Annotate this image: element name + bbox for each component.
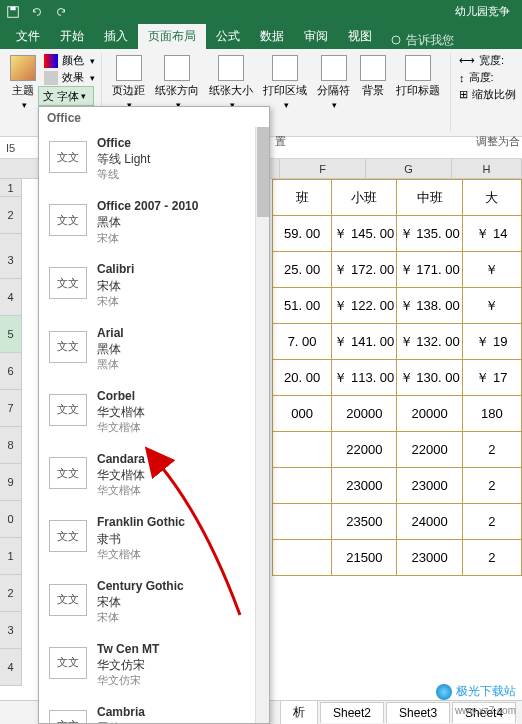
font-item-cambria[interactable]: 文文Cambria黑体 (39, 698, 269, 723)
th-2[interactable]: 中班 (397, 180, 462, 216)
watermark-text: 极光下载站 (456, 683, 516, 700)
font-item-office[interactable]: 文文Office等线 Light等线 (39, 129, 269, 192)
undo-icon[interactable] (30, 5, 44, 19)
col-G[interactable]: G (366, 159, 452, 178)
adjust-label: 调整为合 (476, 134, 520, 149)
tab-formulas[interactable]: 公式 (206, 24, 250, 49)
breaks-button[interactable]: 分隔符▾ (313, 53, 354, 132)
row-5[interactable]: 5 (0, 316, 22, 353)
tab-data[interactable]: 数据 (250, 24, 294, 49)
tab-page-layout[interactable]: 页面布局 (138, 24, 206, 49)
themes-button[interactable]: 主题 ▾ (6, 53, 40, 112)
bulb-icon (390, 35, 402, 47)
watermark-url: www.xz7.com (455, 705, 516, 716)
table-row: 23000230002 (273, 468, 522, 504)
row-14[interactable]: 4 (0, 649, 22, 686)
colors-button[interactable]: 颜色▾ (44, 53, 95, 68)
row-1[interactable]: 1 (0, 179, 22, 197)
table-row: 25. 00￥ 172. 00￥ 171. 00￥ (273, 252, 522, 288)
quick-access-toolbar (6, 5, 68, 19)
table-row: 51. 00￥ 122. 00￥ 138. 00￥ (273, 288, 522, 324)
font-thumb: 文文 (49, 141, 87, 173)
row-11[interactable]: 1 (0, 538, 22, 575)
table-row: 0002000020000180 (273, 396, 522, 432)
redo-icon[interactable] (54, 5, 68, 19)
dropdown-scrollbar[interactable] (255, 127, 269, 723)
scale-group: ⟷宽度: ↕高度: ⊞缩放比例 (453, 49, 522, 136)
chevron-down-icon: ▾ (22, 100, 27, 110)
chevron-down-icon: ▾ (81, 91, 86, 101)
tab-file[interactable]: 文件 (6, 24, 50, 49)
print-titles-button[interactable]: 打印标题 (392, 53, 444, 132)
font-item-corbel[interactable]: 文文Corbel华文楷体华文楷体 (39, 382, 269, 445)
sheet-tab-active[interactable]: 析 (280, 700, 318, 725)
watermark-logo-icon (436, 684, 452, 700)
table-header-row: 班 小班 中班 大 (273, 180, 522, 216)
table-row: 21500230002 (273, 540, 522, 576)
data-table: 班 小班 中班 大 59. 00￥ 145. 00￥ 135. 00￥ 14 2… (272, 179, 522, 576)
svg-rect-1 (10, 6, 15, 10)
fonts-dropdown-button[interactable]: 文 字体▾ (38, 86, 94, 106)
col-H[interactable]: H (452, 159, 522, 178)
font-theme-dropdown[interactable]: Office 文文Office等线 Light等线 文文Office 2007 … (38, 106, 270, 724)
row-9[interactable]: 9 (0, 464, 22, 501)
th-3[interactable]: 大 (462, 180, 521, 216)
font-list: 文文Office等线 Light等线 文文Office 2007 - 2010黑… (39, 129, 269, 723)
sheet-tab-3[interactable]: Sheet3 (386, 702, 450, 723)
th-0[interactable]: 班 (273, 180, 332, 216)
height-row[interactable]: ↕高度: (459, 70, 516, 85)
row-8[interactable]: 8 (0, 427, 22, 464)
ribbon-tabs: 文件 开始 插入 页面布局 公式 数据 审阅 视图 告诉我您 (0, 23, 522, 49)
font-item-calibri[interactable]: 文文Calibri宋体宋体 (39, 255, 269, 318)
scrollbar-thumb[interactable] (257, 127, 269, 217)
width-row[interactable]: ⟷宽度: (459, 53, 516, 68)
tab-view[interactable]: 视图 (338, 24, 382, 49)
background-button[interactable]: 背景 (356, 53, 390, 132)
window-title: 幼儿园竞争 (455, 4, 510, 19)
col-F[interactable]: F (280, 159, 366, 178)
svg-point-2 (392, 36, 400, 44)
row-6[interactable]: 6 (0, 353, 22, 390)
table-row: 20. 00￥ 113. 00￥ 130. 00￥ 17 (273, 360, 522, 396)
font-item-candara[interactable]: 文文Candara华文楷体华文楷体 (39, 445, 269, 508)
save-icon[interactable] (6, 5, 20, 19)
sheet-tab-2[interactable]: Sheet2 (320, 702, 384, 723)
titlebar: 幼儿园竞争 (0, 0, 522, 23)
tab-insert[interactable]: 插入 (94, 24, 138, 49)
aux-label: 置 (275, 134, 286, 149)
tab-home[interactable]: 开始 (50, 24, 94, 49)
row-13[interactable]: 3 (0, 612, 22, 649)
row-3[interactable]: 3 (0, 242, 22, 279)
font-item-twcen[interactable]: 文文Tw Cen MT华文仿宋华文仿宋 (39, 635, 269, 698)
table-row: 7. 00￥ 141. 00￥ 132. 00￥ 19 (273, 324, 522, 360)
effects-button[interactable]: 效果▾ (44, 70, 95, 85)
tab-review[interactable]: 审阅 (294, 24, 338, 49)
font-item-franklin[interactable]: 文文Franklin Gothic隶书华文楷体 (39, 508, 269, 571)
row-7[interactable]: 7 (0, 390, 22, 427)
row-2[interactable]: 2 (0, 197, 22, 234)
th-1[interactable]: 小班 (332, 180, 397, 216)
row-12[interactable]: 2 (0, 575, 22, 612)
table-row: 23500240002 (273, 504, 522, 540)
font-item-arial[interactable]: 文文Arial黑体黑体 (39, 319, 269, 382)
tell-me[interactable]: 告诉我您 (390, 32, 454, 49)
scale-row[interactable]: ⊞缩放比例 (459, 87, 516, 102)
row-headers: 1 2 3 4 5 6 7 8 9 0 1 2 3 4 (0, 179, 22, 686)
watermark: 极光下载站 (436, 683, 516, 700)
row-4[interactable]: 4 (0, 279, 22, 316)
font-item-office-2007[interactable]: 文文Office 2007 - 2010黑体宋体 (39, 192, 269, 255)
table-row: 59. 00￥ 145. 00￥ 135. 00￥ 14 (273, 216, 522, 252)
row-10[interactable]: 0 (0, 501, 22, 538)
table-row: 22000220002 (273, 432, 522, 468)
dropdown-header: Office (39, 107, 269, 129)
font-item-century[interactable]: 文文Century Gothic宋体宋体 (39, 572, 269, 635)
